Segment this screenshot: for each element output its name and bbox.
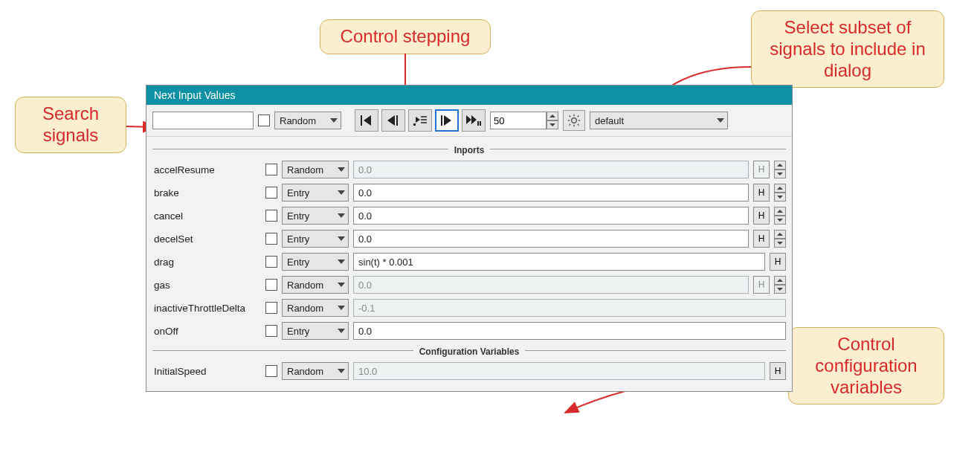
history-button[interactable]: H xyxy=(753,230,770,248)
fast-forward-pause-button[interactable] xyxy=(462,109,486,132)
svg-marker-36 xyxy=(338,283,345,287)
row-spinner xyxy=(774,276,786,294)
row-spin-up[interactable] xyxy=(774,184,786,193)
row-spinner xyxy=(774,184,786,202)
step-forward-button[interactable] xyxy=(435,109,459,132)
row-value-input[interactable] xyxy=(353,253,765,271)
row-spin-down[interactable] xyxy=(774,285,786,294)
row-mode-label: Entry xyxy=(287,233,309,245)
svg-marker-24 xyxy=(777,164,783,167)
step-count-input[interactable] xyxy=(490,112,547,129)
configvars-heading: Configuration Variables xyxy=(413,346,526,357)
row-mode-dropdown[interactable]: Entry xyxy=(282,253,349,271)
row-mode-dropdown[interactable]: Random xyxy=(282,299,349,317)
signal-name-label: InitialSpeed xyxy=(152,366,261,377)
row-value-input xyxy=(353,161,749,178)
row-checkbox[interactable] xyxy=(265,279,277,291)
svg-marker-17 xyxy=(471,115,477,124)
search-input[interactable] xyxy=(152,112,254,129)
global-mode-dropdown[interactable]: Random xyxy=(274,112,341,129)
step-forward-icon xyxy=(441,115,453,126)
row-spin-down[interactable] xyxy=(774,216,786,225)
history-button[interactable]: H xyxy=(753,184,770,202)
svg-marker-34 xyxy=(777,242,783,245)
row-spinner xyxy=(774,230,786,248)
row-mode-dropdown[interactable]: Random xyxy=(282,276,349,294)
dialog-titlebar: Next Input Values xyxy=(146,86,792,105)
chevron-down-icon xyxy=(330,118,338,123)
callout-control-stepping: Control stepping xyxy=(320,19,491,54)
inport-row: cancelEntryH xyxy=(152,205,786,226)
row-value-input[interactable] xyxy=(353,184,749,202)
svg-marker-27 xyxy=(777,187,783,190)
row-checkbox[interactable] xyxy=(265,365,277,377)
row-checkbox[interactable] xyxy=(265,325,277,337)
inport-row: decelSetEntryH xyxy=(152,228,786,249)
row-value-input xyxy=(353,362,765,380)
row-spin-up[interactable] xyxy=(774,230,786,239)
row-spin-up[interactable] xyxy=(774,161,786,170)
row-value-input[interactable] xyxy=(353,322,786,340)
row-mode-dropdown[interactable]: Random xyxy=(282,161,349,178)
row-mode-label: Entry xyxy=(287,187,309,199)
svg-marker-21 xyxy=(549,123,555,126)
row-spin-down[interactable] xyxy=(774,170,786,178)
svg-rect-14 xyxy=(441,115,442,126)
inport-row: gasRandomH xyxy=(152,274,786,295)
row-value-input xyxy=(353,276,749,294)
row-value-input[interactable] xyxy=(353,230,749,248)
row-checkbox[interactable] xyxy=(265,210,277,222)
row-mode-dropdown[interactable]: Random xyxy=(282,362,349,380)
svg-marker-6 xyxy=(364,115,371,126)
row-mode-label: Random xyxy=(287,366,323,377)
history-button[interactable]: H xyxy=(770,362,786,380)
svg-marker-4 xyxy=(330,118,338,123)
callout-search-signals: Search signals xyxy=(15,97,126,153)
inport-row: inactiveThrottleDeltaRandom xyxy=(152,297,786,318)
callout-select-subset: Select subset of signals to include in d… xyxy=(751,10,944,88)
inport-row: accelResumeRandomH xyxy=(152,159,786,180)
svg-marker-30 xyxy=(777,210,783,213)
svg-marker-10 xyxy=(416,117,420,123)
step-into-button[interactable] xyxy=(408,109,432,132)
row-mode-label: Entry xyxy=(287,257,309,268)
row-value-input[interactable] xyxy=(353,207,749,225)
row-mode-dropdown[interactable]: Entry xyxy=(282,184,349,202)
row-mode-label: Random xyxy=(287,280,323,291)
gear-icon xyxy=(567,113,581,128)
signal-name-label: inactiveThrottleDelta xyxy=(152,303,261,314)
svg-marker-25 xyxy=(777,173,783,175)
row-checkbox[interactable] xyxy=(265,302,277,314)
row-mode-dropdown[interactable]: Entry xyxy=(282,207,349,225)
row-spin-down[interactable] xyxy=(774,239,786,248)
chevron-down-icon xyxy=(717,118,724,123)
svg-marker-16 xyxy=(466,115,471,124)
row-spinner xyxy=(774,161,786,178)
row-spin-down[interactable] xyxy=(774,193,786,202)
row-checkbox[interactable] xyxy=(265,187,277,199)
row-checkbox[interactable] xyxy=(265,164,277,175)
signal-subset-dropdown[interactable]: default xyxy=(590,112,728,129)
history-button[interactable]: H xyxy=(753,207,770,225)
row-mode-dropdown[interactable]: Entry xyxy=(282,322,349,340)
fast-forward-pause-icon xyxy=(466,115,481,126)
step-count-down[interactable] xyxy=(547,120,558,129)
svg-marker-39 xyxy=(338,306,345,310)
settings-button[interactable] xyxy=(563,110,585,131)
row-mode-dropdown[interactable]: Entry xyxy=(282,230,349,248)
row-checkbox[interactable] xyxy=(265,233,277,245)
global-checkbox[interactable] xyxy=(258,115,270,126)
step-count-up[interactable] xyxy=(547,112,558,120)
row-checkbox[interactable] xyxy=(265,256,277,268)
triangle-down-icon xyxy=(549,123,555,126)
rewind-to-start-button[interactable] xyxy=(355,109,378,132)
global-mode-label: Random xyxy=(280,115,316,126)
step-back-button[interactable] xyxy=(381,109,405,132)
svg-marker-23 xyxy=(338,167,345,172)
next-input-values-dialog: Next Input Values Random xyxy=(146,85,793,392)
configvar-row: InitialSpeedRandomH xyxy=(152,361,786,381)
row-spin-up[interactable] xyxy=(774,276,786,285)
history-button: H xyxy=(753,161,770,178)
history-button[interactable]: H xyxy=(770,253,786,271)
row-spin-up[interactable] xyxy=(774,207,786,216)
